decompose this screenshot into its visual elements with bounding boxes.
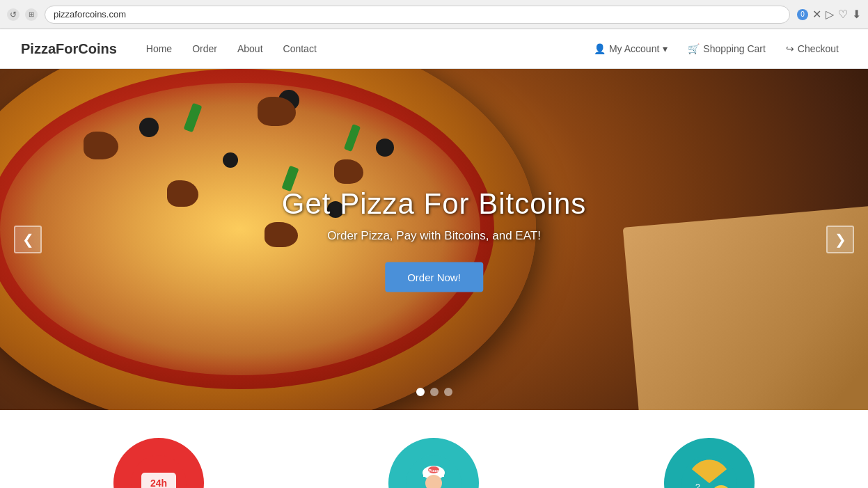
brand-logo[interactable]: PizzaForCoins — [21, 41, 117, 57]
notification-badge: 0 — [797, 9, 808, 20]
checkout-icon: ↪ — [786, 43, 794, 54]
navbar-right: 👤 My Account ▾ 🛒 Shopping Cart ↪ Checkou… — [585, 38, 847, 60]
nav-order[interactable]: Order — [184, 38, 226, 60]
extension-icon[interactable]: ✕ — [812, 8, 821, 21]
slider-dot-3[interactable] — [444, 388, 452, 396]
feature-icon-2: Pizza — [402, 452, 465, 488]
checkout-link[interactable]: ↪ Checkout — [778, 38, 847, 60]
svg-text:?: ? — [695, 482, 700, 488]
slider-dot-2[interactable] — [430, 388, 439, 396]
grid-button[interactable]: ⊞ — [25, 8, 38, 21]
slider-dot-1[interactable] — [416, 388, 425, 396]
address-bar[interactable]: pizzaforcoins.com — [45, 6, 790, 24]
hero-slider: ❮ ❯ Get Pizza For Bitcoins Order Pizza, … — [0, 69, 868, 410]
slide-subtitle: Order Pizza, Pay with Bitcoins, and EAT! — [282, 229, 586, 243]
feature-item-2: Pizza — [364, 438, 503, 488]
my-account-link[interactable]: 👤 My Account ▾ — [585, 38, 676, 60]
favorite-icon[interactable]: ♡ — [838, 8, 848, 21]
nav-menu: Home Order About Contact — [138, 38, 585, 60]
browser-actions: 0 ✕ ▷ ♡ ⬇ — [797, 8, 861, 21]
order-now-button[interactable]: Order Now! — [385, 262, 483, 292]
topping-olive-2 — [223, 152, 238, 168]
feature-item-1: 24h MENU ✕ — [89, 438, 228, 488]
features-section: 24h MENU ✕ — [0, 410, 868, 488]
cart-icon: 🛒 — [688, 43, 700, 54]
svg-text:Pizza: Pizza — [429, 469, 440, 473]
shopping-cart-link[interactable]: 🛒 Shopping Cart — [679, 38, 774, 60]
topping-olive-5 — [376, 139, 394, 157]
person-icon: 👤 — [594, 43, 606, 54]
topping-olive-1 — [139, 118, 159, 137]
svg-text:24h: 24h — [150, 478, 167, 488]
feature-circle-2: Pizza — [388, 438, 479, 488]
topping-meat-3 — [258, 97, 296, 126]
feature-icon-1: 24h MENU ✕ — [127, 452, 190, 488]
topping-meat-5 — [334, 159, 363, 184]
url-text: pizzaforcoins.com — [54, 9, 126, 19]
feature-icon-3: ₿ ? ? ? — [678, 452, 741, 488]
slider-next-button[interactable]: ❯ — [826, 226, 854, 253]
topping-meat-2 — [167, 180, 198, 207]
slider-prev-button[interactable]: ❮ — [14, 226, 42, 253]
dropdown-arrow-icon: ▾ — [663, 43, 668, 54]
browser-chrome: ↺ ⊞ pizzaforcoins.com 0 ✕ ▷ ♡ ⬇ — [0, 0, 868, 29]
topping-meat-1 — [84, 132, 118, 159]
slide-title: Get Pizza For Bitcoins — [282, 187, 586, 221]
feature-circle-3: ₿ ? ? ? — [664, 438, 755, 488]
nav-home[interactable]: Home — [138, 38, 180, 60]
forward-icon[interactable]: ▷ — [826, 8, 834, 21]
slide-content: Get Pizza For Bitcoins Order Pizza, Pay … — [282, 187, 586, 292]
feature-item-3: ₿ ? ? ? — [640, 438, 779, 488]
download-icon[interactable]: ⬇ — [852, 8, 861, 21]
feature-circle-1: 24h MENU ✕ — [113, 438, 204, 488]
refresh-button[interactable]: ↺ — [7, 8, 19, 21]
slider-dots — [416, 388, 452, 396]
nav-contact[interactable]: Contact — [275, 38, 325, 60]
browser-controls: ↺ ⊞ — [7, 8, 38, 21]
navbar: PizzaForCoins Home Order About Contact 👤… — [0, 29, 868, 69]
nav-about[interactable]: About — [229, 38, 271, 60]
